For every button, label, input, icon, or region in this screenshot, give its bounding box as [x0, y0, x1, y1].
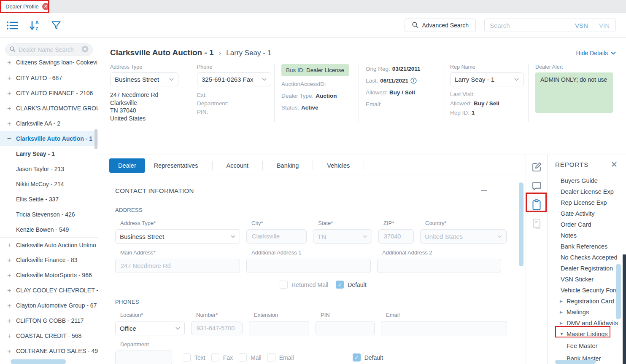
report-item[interactable]: Gate Activity [548, 208, 626, 219]
report-item[interactable]: Dealer License Exp [548, 186, 626, 197]
report-item[interactable]: Notes [548, 230, 626, 241]
advanced-search-button[interactable]: Advanced Search [405, 19, 476, 32]
sidebar-item[interactable]: CITY AUTO FINANCE - 2106 [0, 86, 98, 101]
expand-icon[interactable] [6, 75, 13, 82]
expand-icon[interactable] [6, 332, 13, 340]
filter-icon[interactable] [51, 20, 61, 30]
tab-close-icon[interactable]: ✕ [42, 3, 49, 10]
sidebar-item[interactable]: COASTAL CREDIT - 568 [0, 328, 98, 343]
report-item[interactable]: DMV and Affidavits [548, 318, 626, 329]
sidebar-item[interactable]: Citizens Savings loan- Cookevi [0, 59, 98, 70]
report-item[interactable]: Master Listings [548, 329, 626, 340]
phone-type-text-checkbox[interactable] [183, 353, 191, 361]
info-icon[interactable] [410, 78, 417, 84]
list-view-icon[interactable] [7, 21, 18, 30]
city-field[interactable] [246, 229, 307, 244]
dealer-name-search-input[interactable] [19, 46, 78, 53]
oem-document-icon[interactable]: OEM [531, 218, 542, 230]
report-item[interactable]: Vehicle Security Form [548, 285, 626, 296]
address-type-field-select[interactable]: Business Street [115, 229, 240, 244]
sidebar-item[interactable]: CLIFTON G COBB - 2117 [0, 313, 98, 328]
sidebar-item[interactable]: Clarksville Auto Auction Unkno [0, 237, 98, 252]
returned-mail-checkbox[interactable] [280, 281, 288, 289]
sidebar-item[interactable]: Clarksville Auto Auction - 1 [0, 131, 98, 146]
expand-icon[interactable] [6, 90, 13, 97]
expand-icon[interactable] [6, 348, 13, 355]
address-type-select[interactable]: Business Street [110, 72, 178, 86]
vsn-button[interactable]: VSN [570, 19, 593, 32]
expand-triangle-icon[interactable] [560, 307, 567, 318]
expand-icon[interactable] [6, 105, 13, 112]
expand-icon[interactable] [6, 120, 13, 127]
rep-name-select[interactable]: Larry Seay - 1 [450, 72, 523, 86]
expand-triangle-icon[interactable] [560, 296, 567, 307]
additional-address-2-field[interactable] [377, 259, 501, 273]
tab-banking[interactable]: Banking [268, 158, 308, 173]
expand-icon[interactable] [6, 59, 13, 66]
sidebar-item[interactable]: CITY AUTO - 687 [0, 70, 98, 86]
report-item[interactable]: Buyers Guide [548, 175, 626, 186]
expand-icon[interactable] [6, 135, 13, 142]
sidebar-item[interactable]: Larry Seay - 1 [0, 146, 98, 161]
reports-close-icon[interactable]: ✕ [611, 161, 618, 169]
expand-icon[interactable] [6, 241, 13, 249]
comments-icon[interactable] [531, 180, 542, 192]
sidebar-item[interactable]: Tricia Stevenson - 426 [0, 207, 98, 222]
tab-account[interactable]: Account [218, 158, 257, 173]
sidebar-item[interactable]: Ellis Settle - 337 [0, 192, 98, 207]
reports-vertical-scrollbar[interactable] [616, 264, 621, 319]
default-address-checkbox[interactable] [336, 281, 344, 289]
tab-vehicles[interactable]: Vehicles [318, 158, 359, 173]
phone-extension-field[interactable] [249, 321, 309, 335]
expand-icon[interactable] [6, 272, 13, 279]
report-item[interactable]: No Checks Accepted [548, 252, 626, 263]
sidebar-item[interactable]: Clayton Automotive Group - 67 [0, 298, 98, 313]
country-field-select[interactable]: United States [420, 229, 507, 244]
report-item[interactable]: Mailings [548, 307, 626, 318]
main-address-field[interactable] [115, 259, 240, 273]
phone-location-select[interactable]: Office [115, 321, 185, 335]
sidebar-item[interactable]: CLARK'S AUTOMOTIVE GROU [0, 101, 98, 116]
phone-default-checkbox[interactable] [353, 353, 361, 361]
expand-icon[interactable] [6, 302, 13, 309]
report-item[interactable]: Registration Card [548, 296, 626, 307]
sidebar-item[interactable]: Kenzie Bowen - 549 [0, 222, 98, 237]
sidebar-horizontal-scrollbar[interactable] [11, 359, 66, 364]
vin-button[interactable]: VIN [593, 19, 615, 32]
sidebar-item[interactable]: Jason Taylor - 213 [0, 161, 98, 177]
state-field-select[interactable]: TN [313, 229, 372, 244]
report-item[interactable]: Rep License Exp [548, 197, 626, 208]
reports-clipboard-icon[interactable] [531, 199, 542, 211]
expand-icon[interactable] [6, 257, 13, 264]
expand-triangle-icon[interactable] [560, 318, 567, 329]
phone-select[interactable]: 325-691-0263 Fax [197, 72, 271, 86]
reports-horizontal-scrollbar[interactable] [555, 360, 596, 364]
report-item[interactable]: Dealer Registration [548, 263, 626, 274]
sort-az-icon[interactable]: AZ [29, 20, 40, 31]
phone-pin-field[interactable] [316, 321, 375, 335]
app-tab-dealer-profile[interactable]: Dealer Profile ✕ [0, 0, 49, 13]
expand-icon[interactable] [6, 287, 13, 294]
edit-notes-icon[interactable] [531, 161, 542, 173]
hide-details-link[interactable]: Hide Details [576, 50, 616, 56]
form-vertical-scrollbar[interactable] [519, 182, 523, 266]
phone-type-fax-checkbox[interactable] [211, 353, 219, 361]
tab-dealer[interactable]: Dealer [109, 158, 145, 173]
sidebar-item[interactable]: CLAY COOLEY CHEVROLET - 4 [0, 283, 98, 298]
phone-email-field[interactable] [381, 321, 507, 335]
expand-icon[interactable] [6, 317, 13, 324]
zip-field[interactable] [378, 229, 414, 244]
sidebar-item[interactable]: Clarksville MotorSports - 966 [0, 268, 98, 283]
phone-number-field[interactable] [191, 321, 243, 335]
sidebar-item[interactable]: Clarksville Finance - 83 [0, 252, 98, 268]
sidebar-item[interactable]: Clarksville AA - 2 [0, 116, 98, 131]
breadcrumb-rep[interactable]: Larry Seay - 1 [226, 49, 271, 57]
phone-department-field[interactable] [115, 351, 172, 364]
phone-type-mail-checkbox[interactable] [239, 353, 247, 361]
sidebar-item[interactable]: Nikki McCoy - 214 [0, 177, 98, 192]
tab-representatives[interactable]: Representatives [145, 158, 207, 173]
sidebar-item[interactable]: COLTRANE AUTO SALES - 492 [0, 343, 98, 359]
additional-address-1-field[interactable] [246, 259, 371, 273]
breadcrumb-dealer[interactable]: Clarksville Auto Auction - 1 [110, 48, 214, 57]
report-item[interactable]: Bank References [548, 241, 626, 252]
